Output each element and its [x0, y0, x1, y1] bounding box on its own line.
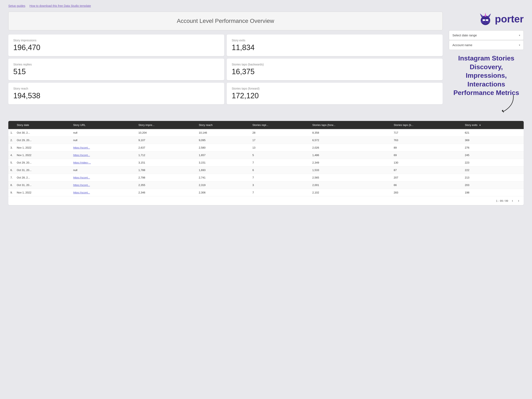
metric-card-story-exits: Story exits 11,834 [227, 34, 443, 56]
logo-text: porter [495, 13, 524, 25]
data-table-section: Story date Story URL Story impre... Stor… [8, 121, 524, 205]
table-row: 6.Oct 31, 20...null1,7881,69361,53387222 [8, 166, 524, 174]
logo-area: porter [449, 12, 524, 26]
account-name-label: Account name [452, 43, 472, 47]
table-row: 8.Oct 31, 20...https://scont...2,3552,31… [8, 181, 524, 189]
col-stories-replies[interactable]: Stories repl... [250, 121, 310, 129]
col-stories-taps-forward[interactable]: Stories taps (forw... [310, 121, 392, 129]
table-row: 5.Oct 29, 20...https://video-...3,1513,1… [8, 159, 524, 166]
metric-value-story-reach: 194,538 [13, 91, 219, 100]
col-story-impressions[interactable]: Story impre... [136, 121, 196, 129]
metric-label-stories-taps-backward: Stories taps (backwards) [232, 63, 438, 66]
col-story-exits[interactable]: Story exits ▼ [463, 121, 524, 129]
svg-point-10 [485, 21, 486, 22]
col-story-url[interactable]: Story URL [71, 121, 136, 129]
table-row: 2.Oct 29, 20...null9,1079,095176,5727633… [8, 137, 524, 144]
stories-table: Story date Story URL Story impre... Stor… [8, 121, 524, 196]
sort-desc-icon: ▼ [479, 124, 481, 126]
svg-rect-8 [486, 19, 488, 21]
col-stories-taps-backward[interactable]: Stories taps (b... [392, 121, 463, 129]
metric-card-stories-replies: Stories replies 515 [8, 59, 224, 80]
metric-label-story-reach: Story reach [13, 87, 219, 90]
annotation-arrow [497, 93, 518, 114]
setup-guides-link[interactable]: Setup guides [8, 4, 25, 7]
pagination-prev-button[interactable]: ‹ [511, 198, 514, 203]
account-name-dropdown[interactable]: Account name ▾ [449, 40, 524, 50]
metric-card-story-reach: Story reach 194,538 [8, 83, 224, 104]
metric-value-story-exits: 11,834 [232, 43, 438, 52]
metric-value-story-impressions: 196,470 [13, 43, 219, 52]
table-row: 9.Nov 1, 2022https://scont...2,3462,3067… [8, 189, 524, 196]
metric-label-stories-taps-forward: Stories taps (forward) [232, 87, 438, 90]
annotation-text: Instagram Stories Discovery, Impressions… [449, 54, 524, 97]
date-range-dropdown[interactable]: Select date range ▾ [449, 30, 524, 40]
metric-value-stories-replies: 515 [13, 67, 219, 76]
table-header-row: Story date Story URL Story impre... Stor… [8, 121, 524, 129]
metric-label-story-impressions: Story impressions [13, 39, 219, 42]
metric-label-stories-replies: Stories replies [13, 63, 219, 66]
download-template-link[interactable]: How to download this free Data Studio te… [30, 4, 91, 7]
metric-card-stories-taps-backward: Stories taps (backwards) 16,375 [227, 59, 443, 80]
table-footer: 1 - 99 / 99 ‹ › [8, 196, 524, 205]
col-num [8, 121, 15, 129]
metric-card-stories-taps-forward: Stories taps (forward) 172,120 [227, 83, 443, 104]
page-title: Account Level Performance Overview [17, 18, 434, 24]
page-title-box: Account Level Performance Overview [8, 12, 443, 30]
table-row: 4.Nov 1, 2022https://scont...1,7121,6575… [8, 152, 524, 159]
chevron-down-icon-2: ▾ [519, 44, 520, 47]
table-row: 3.Nov 1, 2022https://scont...2,6372,5801… [8, 144, 524, 152]
col-story-reach[interactable]: Story reach [196, 121, 250, 129]
chevron-down-icon: ▾ [519, 34, 520, 37]
pagination-next-button[interactable]: › [517, 198, 520, 203]
svg-point-0 [481, 16, 490, 25]
svg-rect-7 [482, 19, 485, 21]
pagination-info: 1 - 99 / 99 [496, 199, 508, 203]
table-row: 7.Oct 28, 2...https://scont...2,7982,741… [8, 174, 524, 181]
metric-card-story-impressions: Story impressions 196,470 [8, 34, 224, 56]
metric-value-stories-taps-backward: 16,375 [232, 67, 438, 76]
metrics-grid: Story impressions 196,470 Story exits 11… [8, 34, 443, 104]
porter-logo-icon [478, 12, 493, 26]
metric-value-stories-taps-forward: 172,120 [232, 91, 438, 100]
date-range-label: Select date range [452, 33, 477, 37]
table-row: 1.Oct 30, 2...null10,20410,146288,358717… [8, 129, 524, 137]
col-story-date[interactable]: Story date [15, 121, 71, 129]
metric-label-story-exits: Story exits [232, 39, 438, 42]
